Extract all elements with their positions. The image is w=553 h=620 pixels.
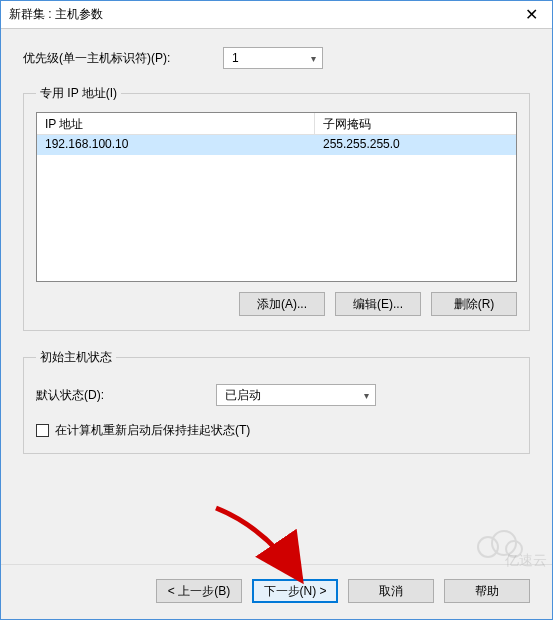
- close-icon[interactable]: ✕: [519, 5, 544, 24]
- cell-mask: 255.255.255.0: [315, 135, 516, 155]
- help-button[interactable]: 帮助: [444, 579, 530, 603]
- default-state-select[interactable]: 已启动 ▾: [216, 384, 376, 406]
- col-ip-header[interactable]: IP 地址: [37, 113, 315, 135]
- initial-state-legend: 初始主机状态: [36, 349, 116, 366]
- ip-address-group: 专用 IP 地址(I) IP 地址 子网掩码 192.168.100.10 25…: [23, 85, 530, 331]
- priority-value: 1: [232, 51, 239, 65]
- ip-button-row: 添加(A)... 编辑(E)... 删除(R): [36, 292, 517, 316]
- suspend-checkbox-row: 在计算机重新启动后保持挂起状态(T): [36, 422, 517, 439]
- cell-ip: 192.168.100.10: [37, 135, 315, 155]
- priority-row: 优先级(单一主机标识符)(P): 1 ▾: [23, 47, 530, 69]
- chevron-down-icon: ▾: [311, 53, 316, 64]
- ip-table-header: IP 地址 子网掩码: [37, 113, 516, 135]
- default-state-value: 已启动: [225, 387, 261, 404]
- suspend-checkbox[interactable]: [36, 424, 49, 437]
- table-row[interactable]: 192.168.100.10 255.255.255.0: [37, 135, 516, 155]
- priority-select[interactable]: 1 ▾: [223, 47, 323, 69]
- next-button[interactable]: 下一步(N) >: [252, 579, 338, 603]
- suspend-checkbox-label: 在计算机重新启动后保持挂起状态(T): [55, 422, 250, 439]
- edit-button[interactable]: 编辑(E)...: [335, 292, 421, 316]
- add-button[interactable]: 添加(A)...: [239, 292, 325, 316]
- titlebar: 新群集 : 主机参数 ✕: [1, 1, 552, 29]
- dialog-window: 新群集 : 主机参数 ✕ 优先级(单一主机标识符)(P): 1 ▾ 专用 IP …: [0, 0, 553, 620]
- remove-button[interactable]: 删除(R): [431, 292, 517, 316]
- default-state-row: 默认状态(D): 已启动 ▾: [36, 384, 517, 406]
- window-title: 新群集 : 主机参数: [9, 6, 519, 23]
- priority-label: 优先级(单一主机标识符)(P):: [23, 50, 223, 67]
- chevron-down-icon: ▾: [364, 390, 369, 401]
- cancel-button[interactable]: 取消: [348, 579, 434, 603]
- col-mask-header[interactable]: 子网掩码: [315, 113, 516, 135]
- footer-buttons: < 上一步(B) 下一步(N) > 取消 帮助: [1, 564, 552, 619]
- content-area: 优先级(单一主机标识符)(P): 1 ▾ 专用 IP 地址(I) IP 地址 子…: [1, 29, 552, 564]
- initial-state-group: 初始主机状态 默认状态(D): 已启动 ▾ 在计算机重新启动后保持挂起状态(T): [23, 349, 530, 454]
- ip-group-legend: 专用 IP 地址(I): [36, 85, 121, 102]
- back-button[interactable]: < 上一步(B): [156, 579, 242, 603]
- default-state-label: 默认状态(D):: [36, 387, 216, 404]
- ip-table[interactable]: IP 地址 子网掩码 192.168.100.10 255.255.255.0: [36, 112, 517, 282]
